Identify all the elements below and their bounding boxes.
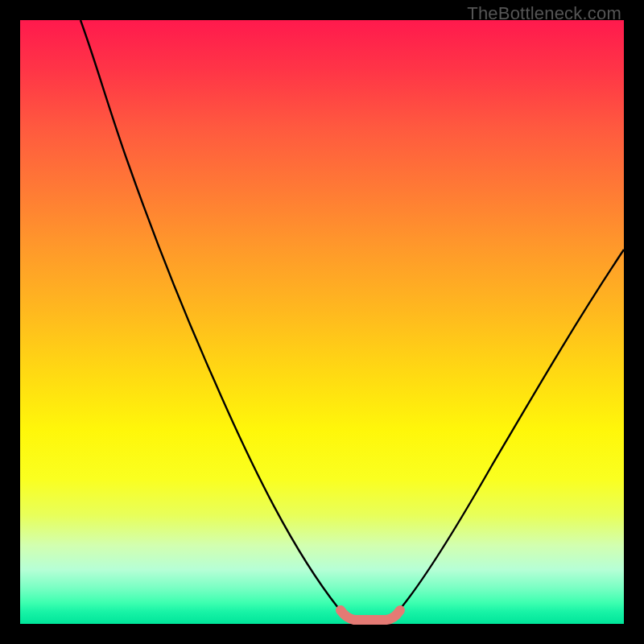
curve-left: [80, 20, 346, 616]
chart-frame: TheBottleneck.com: [0, 0, 644, 644]
highlight-bottom: [341, 610, 400, 620]
curve-right: [394, 250, 624, 616]
chart-svg: [20, 20, 624, 624]
plot-area: [20, 20, 624, 624]
